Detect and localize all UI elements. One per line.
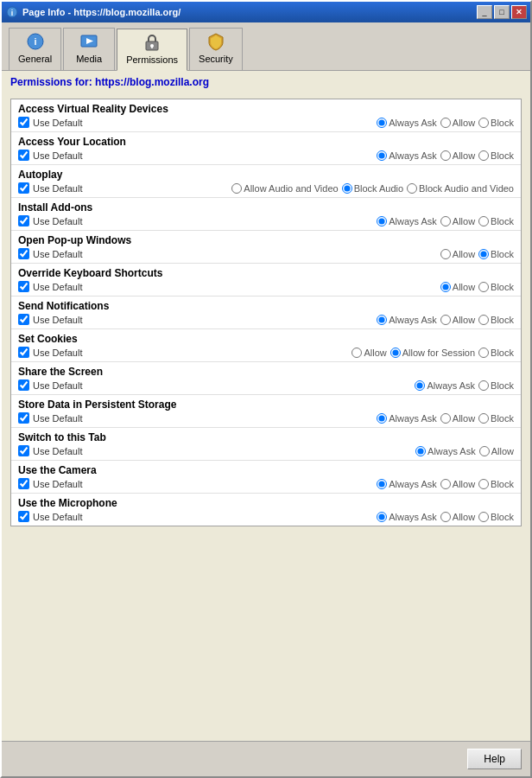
radio-block-camera: Block [478,479,514,489]
main-content: Access Virtual Reality Devices Use Defau… [2,93,530,741]
radio-allow-keyboard: Allow [440,282,475,292]
use-default-label-popup: Use Default [33,249,82,259]
perm-controls-cookies: Use Default Allow Allow for Session [18,347,514,358]
radio-group-notifications: Always Ask Allow Block [377,315,514,325]
tab-security[interactable]: Security [189,28,243,70]
close-button[interactable]: ✕ [511,5,527,19]
perm-controls-vr: Use Default Always Ask Allow [18,117,514,128]
radio-group-keyboard: Allow Block [440,282,514,292]
radio-allow-location: Allow [440,150,475,161]
minimize-button[interactable]: _ [477,5,492,19]
perm-row-microphone: Use the Microphone Use Default Always As… [11,494,521,526]
main-window: i Page Info - https://blog.mozilla.org/ … [0,0,532,778]
radio-block-storage: Block [478,413,514,424]
footer: Help [2,741,530,776]
use-default-label-screen: Use Default [33,380,82,391]
use-default-checkbox-popup[interactable] [18,248,29,259]
tab-media[interactable]: Media [63,28,115,70]
radio-allow-audio-video: Allow Audio and Video [231,183,338,194]
radio-group-screen: Always Ask Block [415,380,514,391]
perm-title-popup: Open Pop-up Windows [18,234,514,246]
use-default-checkbox-keyboard[interactable] [18,281,29,292]
use-default-microphone: Use Default [18,511,104,522]
perm-controls-addons: Use Default Always Ask Allow [18,215,514,226]
perm-row-cookies: Set Cookies Use Default Allow Allow [11,329,521,362]
titlebar-left: i Page Info - https://blog.mozilla.org/ [5,5,180,19]
radio-allow-session-cookies: Allow for Session [390,348,475,358]
radio-always-ask-addons: Always Ask [377,216,437,226]
perm-row-location: Access Your Location Use Default Always … [11,132,521,165]
tab-permissions-label: Permissions [126,54,178,65]
tab-general[interactable]: i General [9,28,61,70]
radio-allow-vr: Allow [440,118,475,128]
use-default-checkbox-camera[interactable] [18,478,29,489]
radio-block-audio: Block Audio [342,183,403,194]
use-default-label-keyboard: Use Default [33,282,82,292]
use-default-label-location: Use Default [33,150,82,161]
perm-title-keyboard: Override Keyboard Shortcuts [18,267,514,279]
radio-always-ask-microphone: Always Ask [377,512,437,522]
use-default-checkbox-addons[interactable] [18,215,29,226]
perm-title-addons: Install Add-ons [18,201,514,214]
tab-media-label: Media [76,54,102,64]
radio-block-notifications: Block [478,315,514,325]
perm-row-addons: Install Add-ons Use Default Always Ask [11,198,521,231]
permissions-box: Access Virtual Reality Devices Use Defau… [10,99,522,526]
use-default-checkbox-screen[interactable] [18,379,29,391]
use-default-checkbox-location[interactable] [18,150,29,161]
maximize-button[interactable]: □ [494,5,510,19]
use-default-checkbox-vr[interactable] [18,117,29,128]
perm-row-switchtab: Switch to this Tab Use Default Always As… [11,428,521,461]
perm-controls-microphone: Use Default Always Ask Allow [18,511,514,522]
radio-allow-popup: Allow [440,249,475,259]
perm-title-autoplay: Autoplay [18,169,514,181]
radio-group-location: Always Ask Allow Block [377,150,514,161]
radio-block-popup: Block [478,249,514,259]
perm-controls-screen: Use Default Always Ask Block [18,379,514,391]
perm-row-storage: Store Data in Persistent Storage Use Def… [11,395,521,428]
use-default-checkbox-storage[interactable] [18,412,29,424]
tab-general-label: General [18,54,52,64]
radio-group-switchtab: Always Ask Allow [415,446,514,456]
radio-group-addons: Always Ask Allow Block [377,216,514,226]
security-icon [206,32,225,51]
perm-title-location: Access Your Location [18,136,514,148]
radio-block-vr: Block [478,118,514,128]
radio-group-popup: Allow Block [440,249,514,259]
perm-row-notifications: Send Notifications Use Default Always As… [11,297,521,329]
radio-always-ask-vr: Always Ask [377,118,437,128]
use-default-location: Use Default [18,150,104,161]
perm-row-camera: Use the Camera Use Default Always Ask [11,461,521,494]
radio-block-addons: Block [478,216,514,226]
perm-title-notifications: Send Notifications [18,300,514,312]
use-default-keyboard: Use Default [18,281,104,292]
radio-allow-cookies: Allow [352,348,386,358]
perm-row-popup: Open Pop-up Windows Use Default Allow [11,231,521,264]
use-default-checkbox-microphone[interactable] [18,511,29,522]
use-default-label-camera: Use Default [33,479,82,489]
perm-controls-camera: Use Default Always Ask Allow [18,478,514,489]
radio-group-vr: Always Ask Allow Block [377,118,514,128]
tab-permissions[interactable]: Permissions [117,29,187,71]
media-icon [79,32,98,51]
radio-block-screen: Block [478,380,514,391]
perm-controls-location: Use Default Always Ask Allow [18,150,514,161]
use-default-checkbox-autoplay[interactable] [18,182,29,194]
use-default-label-vr: Use Default [33,118,82,128]
use-default-label-notifications: Use Default [33,315,82,325]
radio-group-storage: Always Ask Allow Block [377,413,514,424]
use-default-switchtab: Use Default [18,445,104,456]
use-default-storage: Use Default [18,412,104,424]
perm-title-cookies: Set Cookies [18,333,514,345]
radio-allow-notifications: Allow [440,315,475,325]
perm-title-microphone: Use the Microphone [18,497,514,509]
help-button[interactable]: Help [467,749,522,769]
use-default-checkbox-notifications[interactable] [18,314,29,325]
use-default-checkbox-cookies[interactable] [18,347,29,358]
perm-controls-notifications: Use Default Always Ask Allow [18,314,514,325]
window-title: Page Info - https://blog.mozilla.org/ [22,7,180,17]
perm-row-keyboard: Override Keyboard Shortcuts Use Default … [11,264,521,297]
perm-row-vr: Access Virtual Reality Devices Use Defau… [11,99,521,132]
perm-controls-autoplay: Use Default Allow Audio and Video Block … [18,182,514,194]
use-default-checkbox-switchtab[interactable] [18,445,29,456]
